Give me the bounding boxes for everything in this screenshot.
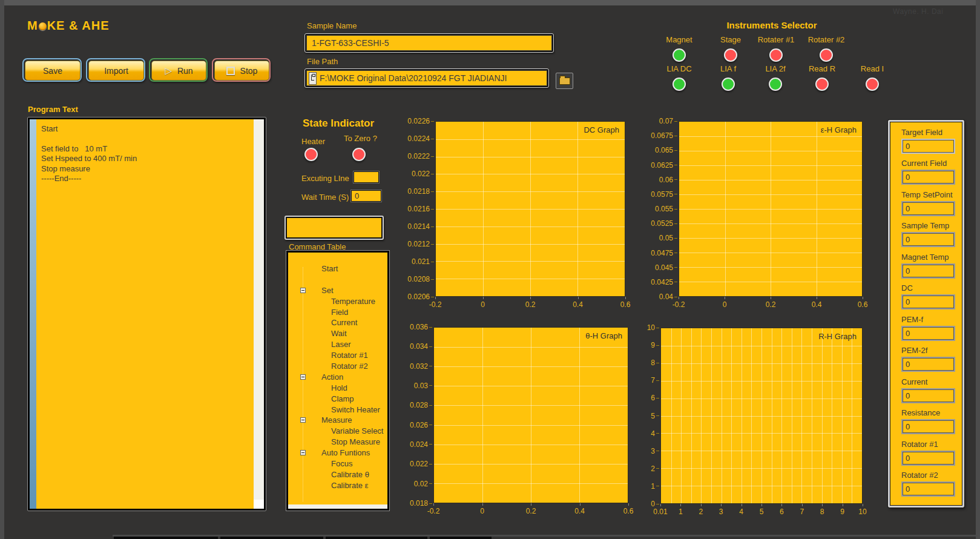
instrument-lia-f: LIA f	[701, 64, 755, 91]
file-path-label: File Path	[307, 57, 338, 66]
command-item-stop-measure[interactable]: Stop Measure	[288, 437, 387, 448]
magnet-led[interactable]	[673, 48, 686, 62]
command-item-calibrate[interactable]: Calibrate ε	[288, 480, 387, 491]
command-table-body: StartSetTemperatureFieldCurrentWaitLaser…	[288, 253, 387, 504]
command-item-set[interactable]: Set	[288, 285, 387, 296]
command-item-variable-select[interactable]: Variable Select	[288, 426, 387, 437]
dc-graph-title: DC Graph	[584, 125, 619, 134]
program-text-label: Program Text	[28, 105, 78, 114]
command-item-blank	[288, 274, 387, 285]
r-h-graph: 109876543210R-H Graph0.0112345678910	[634, 328, 863, 520]
run-button[interactable]: ▷Run	[151, 61, 206, 81]
program-text-margin-bar	[30, 119, 36, 509]
screen-frame-top	[0, 0, 980, 5]
to-zero-label: To Zero ?	[344, 134, 377, 143]
target-field-label: Target Field	[901, 128, 962, 137]
browse-folder-button[interactable]	[556, 73, 573, 89]
program-text-scrollbar[interactable]	[254, 119, 264, 509]
epsilon-h-graph: 0.070.06750.0650.06250.060.05750.0550.05…	[634, 121, 863, 316]
rotater-2-led[interactable]	[820, 48, 833, 62]
expand-minus-icon[interactable]	[300, 288, 306, 293]
pem-2f-field: 0	[901, 357, 955, 372]
to-zero-led	[352, 148, 366, 161]
excuting-line-field[interactable]	[354, 171, 379, 183]
readout-temp-setpoint: Temp SetPoint0	[901, 190, 962, 218]
theta-h-graph: 0.0360.0340.0320.030.0280.0260.0240.0220…	[390, 327, 628, 520]
read-r-label: Read R	[795, 64, 849, 74]
command-item-rotator-2[interactable]: Rotator #2	[288, 361, 387, 372]
stop-button[interactable]: Stop	[214, 61, 269, 81]
command-item-laser[interactable]: Laser	[288, 339, 387, 350]
command-item-field[interactable]: Field	[288, 307, 387, 318]
path-type-icon	[309, 72, 317, 85]
command-item-temperature[interactable]: Temperature	[288, 296, 387, 307]
instrument-rotater-2: Rotater #2	[799, 35, 853, 62]
readout-rotator-2: Rotator #20	[901, 471, 962, 498]
sample-name-input[interactable]: 1-FGT-633-CESHI-5	[306, 35, 552, 51]
readout-current: Current0	[901, 377, 962, 405]
pem-f-field: 0	[901, 326, 955, 341]
readout-panel: Target Field0Current Field0Temp SetPoint…	[888, 120, 964, 508]
sample-name-label: Sample Name	[307, 21, 357, 30]
current-field-field: 0	[901, 170, 955, 185]
command-item-clamp[interactable]: Clamp	[288, 394, 387, 405]
save-button[interactable]: Save	[25, 61, 81, 81]
command-item-calibrate[interactable]: Calibrate θ	[288, 469, 387, 480]
instrument-lia-dc: LIA DC	[652, 64, 706, 91]
expand-minus-icon[interactable]	[300, 417, 306, 423]
expand-minus-icon[interactable]	[300, 374, 306, 380]
lia-2f-led[interactable]	[769, 78, 782, 91]
wait-time-field[interactable]: 0	[351, 190, 381, 202]
state-indicator-title: State Indicator	[303, 117, 374, 130]
target-field-field[interactable]: 0	[901, 139, 955, 154]
expand-minus-icon[interactable]	[300, 450, 306, 455]
play-icon: ▷	[165, 66, 172, 75]
screen-frame-left	[0, 0, 4, 539]
command-item-switch-heater[interactable]: Switch Heater	[288, 405, 387, 415]
command-item-action[interactable]: Action	[288, 372, 387, 383]
command-item-start[interactable]: Start	[288, 263, 387, 274]
rotater-2-label: Rotater #2	[799, 35, 853, 45]
rh-y-axis: 109876543210	[634, 328, 660, 504]
instrument-rotater-1: Rotater #1	[749, 35, 803, 62]
sample-temp-field: 0	[901, 232, 955, 247]
command-item-hold[interactable]: Hold	[288, 383, 387, 394]
run-button-ring: ▷Run	[149, 58, 208, 82]
command-item-focus[interactable]: Focus	[288, 458, 387, 469]
sample-temp-label: Sample Temp	[901, 221, 962, 230]
read-i-led[interactable]	[866, 78, 879, 91]
dc-plot-area: DC Graph	[435, 121, 625, 297]
file-path-input[interactable]: F:\MOKE Original Data\20210924 FGT JIADI…	[306, 70, 547, 86]
command-table-scrollbar[interactable]	[288, 504, 387, 509]
command-item-wait[interactable]: Wait	[288, 328, 387, 339]
rotator-2-field: 0	[901, 481, 955, 497]
dc-label: DC	[901, 283, 962, 293]
command-item-rotator-1[interactable]: Rotator #1	[288, 350, 387, 361]
rotater-1-led[interactable]	[769, 48, 783, 62]
command-item-measure[interactable]: Measure	[288, 415, 387, 426]
readout-target-field: Target Field0	[901, 128, 962, 156]
rotator-2-label: Rotator #2	[901, 471, 962, 480]
readout-current-field: Current Field0	[901, 159, 962, 187]
taskbar-segment	[326, 537, 427, 539]
taskbar-segment	[430, 537, 492, 539]
import-button[interactable]: Import	[88, 61, 144, 81]
program-text-area[interactable]: Start Set field to 10 mT Set Hspeed to 4…	[36, 119, 254, 509]
dc-x-axis: -0.200.20.40.6	[435, 300, 625, 310]
lia-dc-led[interactable]	[673, 78, 686, 91]
stop-square-icon	[226, 67, 235, 75]
stage-led[interactable]	[724, 48, 737, 62]
instrument-read-i: Read I	[845, 64, 899, 91]
lia-f-led[interactable]	[722, 78, 735, 91]
lia-f-label: LIA f	[701, 64, 755, 74]
app-window: Wayne. H. Dai MKE & AHE Save Import ▷Run…	[0, 0, 980, 539]
command-item-auto-funtions[interactable]: Auto Funtions	[288, 448, 387, 458]
lia-dc-label: LIA DC	[652, 64, 706, 74]
brand-dot-icon	[39, 22, 47, 30]
command-item-current[interactable]: Current	[288, 317, 387, 328]
current-field: 0	[901, 388, 955, 403]
author-watermark: Wayne. H. Dai	[893, 7, 943, 16]
screen-frame-right	[976, 0, 980, 539]
read-r-led[interactable]	[815, 78, 829, 91]
rh-graph-title: R-H Graph	[818, 332, 857, 341]
